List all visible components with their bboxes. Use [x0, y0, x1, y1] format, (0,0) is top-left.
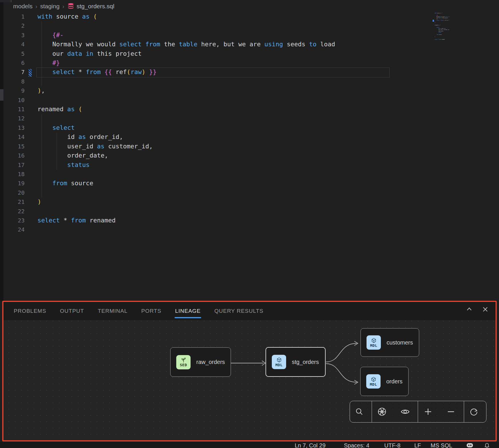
- code-line[interactable]: 5 our data in this project: [3, 49, 499, 58]
- code-line[interactable]: 6 #}: [3, 58, 499, 67]
- search-icon[interactable]: [355, 405, 367, 418]
- panel-window-controls: [465, 305, 490, 314]
- model-badge: MDL: [367, 335, 381, 350]
- line-number: 9: [3, 86, 25, 95]
- breadcrumb-item-models[interactable]: models: [13, 3, 33, 10]
- code-line[interactable]: 11renamed as (: [3, 105, 499, 114]
- line-number: 23: [3, 216, 25, 225]
- line-number: 19: [3, 179, 25, 188]
- code-line[interactable]: 9),: [3, 86, 499, 95]
- breadcrumb-item-staging[interactable]: staging: [40, 3, 60, 10]
- line-number: 10: [3, 95, 25, 105]
- lineage-node-orders[interactable]: MDL orders: [360, 367, 409, 396]
- line-number: 24: [3, 225, 25, 234]
- chevron-right-icon: ›: [62, 3, 64, 10]
- line-number: 17: [3, 160, 25, 170]
- minimap-change-marker: [433, 20, 434, 22]
- breadcrumb: models › staging › stg_orders.sql: [3, 0, 499, 13]
- panel-tab-terminal[interactable]: TERMINAL: [98, 308, 128, 314]
- code-line[interactable]: 22: [3, 207, 499, 216]
- code-line[interactable]: 20: [3, 188, 499, 197]
- line-number: 8: [3, 77, 25, 86]
- lineage-node-customers[interactable]: MDL customers: [361, 328, 419, 357]
- eye-icon[interactable]: [400, 405, 413, 418]
- line-number: 12: [3, 114, 25, 123]
- code-line[interactable]: 24: [3, 225, 499, 234]
- line-number: 18: [3, 170, 25, 179]
- code-line[interactable]: 16 order_date,: [3, 151, 499, 160]
- code-line[interactable]: 2: [3, 21, 499, 30]
- minimap-code: 1with source as (23 {#-4 Normally we wou…: [435, 13, 450, 41]
- bell-icon[interactable]: [484, 443, 490, 448]
- refresh-icon[interactable]: [469, 405, 482, 418]
- code-line[interactable]: 19 from source: [3, 179, 499, 188]
- badge-label: MDL: [276, 363, 283, 367]
- code-line[interactable]: 14 id as order_id,: [3, 132, 499, 142]
- line-number: 3: [3, 31, 25, 40]
- line-number: 1: [3, 12, 25, 21]
- panel-tab-lineage[interactable]: LINEAGE: [175, 308, 201, 314]
- node-label: orders: [386, 378, 403, 385]
- status-eol[interactable]: LF: [414, 442, 421, 448]
- panel-tab-query-results[interactable]: QUERY RESULTS: [214, 308, 263, 314]
- node-label: customers: [387, 339, 413, 346]
- model-badge: MDL: [272, 355, 286, 369]
- status-cursor-position[interactable]: Ln 7, Col 29: [295, 442, 326, 448]
- node-label: stg_orders: [292, 359, 319, 365]
- status-encoding[interactable]: UTF-8: [384, 442, 401, 448]
- code-line[interactable]: 21): [3, 197, 499, 206]
- badge-label: MDL: [370, 382, 377, 387]
- copilot-icon[interactable]: [466, 443, 474, 448]
- model-badge: MDL: [366, 374, 381, 389]
- aperture-icon[interactable]: [377, 405, 390, 418]
- line-number: 15: [3, 142, 25, 151]
- cube-icon: [371, 338, 377, 343]
- line-number: 22: [3, 207, 25, 216]
- minimap-line: 24: [435, 40, 450, 41]
- code-line[interactable]: 23select * from renamed: [3, 216, 499, 225]
- code-lines: 1with source as (23 {#-4 Normally we wou…: [3, 12, 499, 234]
- panel-tab-bar: PROBLEMSOUTPUTTERMINALPORTSLINEAGEQUERY …: [3, 302, 496, 320]
- lineage-toolbar: [350, 401, 486, 423]
- line-number: 5: [3, 49, 25, 58]
- status-bar: Ln 7, Col 29 Spaces: 4 UTF-8 LF MS SQL: [0, 442, 499, 448]
- panel-tab-problems[interactable]: PROBLEMS: [14, 308, 46, 314]
- line-number: 20: [3, 188, 25, 197]
- seed-badge: SED: [176, 355, 191, 369]
- code-line[interactable]: 1with source as (: [3, 12, 499, 21]
- code-editor[interactable]: 1with source as (23 {#-4 Normally we wou…: [3, 12, 499, 301]
- minimap[interactable]: 1with source as (23 {#-4 Normally we wou…: [435, 13, 450, 42]
- code-line[interactable]: 10: [3, 95, 499, 105]
- breadcrumb-file-name: stg_orders.sql: [77, 3, 114, 10]
- zoom-out-icon[interactable]: [446, 405, 459, 418]
- zoom-in-icon[interactable]: [423, 405, 436, 418]
- line-number: 2: [3, 21, 25, 30]
- lineage-node-raw-orders[interactable]: SED raw_orders: [170, 347, 231, 377]
- cube-icon: [276, 357, 282, 363]
- status-language-mode[interactable]: MS SQL: [431, 442, 452, 448]
- code-line[interactable]: 12: [3, 114, 499, 123]
- code-line[interactable]: 13 select: [3, 123, 499, 132]
- panel-tab-ports[interactable]: PORTS: [141, 308, 161, 314]
- code-line[interactable]: 15 user_id as customer_id,: [3, 142, 499, 151]
- chevron-up-icon[interactable]: [465, 305, 474, 314]
- left-gutter-strip: [0, 0, 3, 301]
- line-number: 13: [3, 123, 25, 132]
- code-line[interactable]: 4 Normally we would select from the tabl…: [3, 40, 499, 49]
- line-number: 6: [3, 58, 25, 67]
- badge-label: MDL: [370, 343, 377, 348]
- seedling-icon: [181, 357, 187, 363]
- close-icon[interactable]: [481, 305, 490, 314]
- left-scrollbar-thumb[interactable]: [0, 89, 3, 101]
- panel-tab-output[interactable]: OUTPUT: [60, 308, 84, 314]
- lineage-node-stg-orders[interactable]: MDL stg_orders: [266, 347, 326, 377]
- breadcrumb-item-file[interactable]: stg_orders.sql: [67, 3, 114, 10]
- status-indentation[interactable]: Spaces: 4: [344, 442, 369, 448]
- code-line[interactable]: 18: [3, 170, 499, 179]
- code-line[interactable]: 3 {#-: [3, 31, 499, 40]
- code-line[interactable]: 17 status: [3, 160, 499, 170]
- vscode-window: models › staging › stg_orders.sql 1with …: [0, 0, 499, 448]
- current-line-highlight: [36, 67, 390, 77]
- line-number: 11: [3, 105, 25, 114]
- code-line[interactable]: 8: [3, 77, 499, 86]
